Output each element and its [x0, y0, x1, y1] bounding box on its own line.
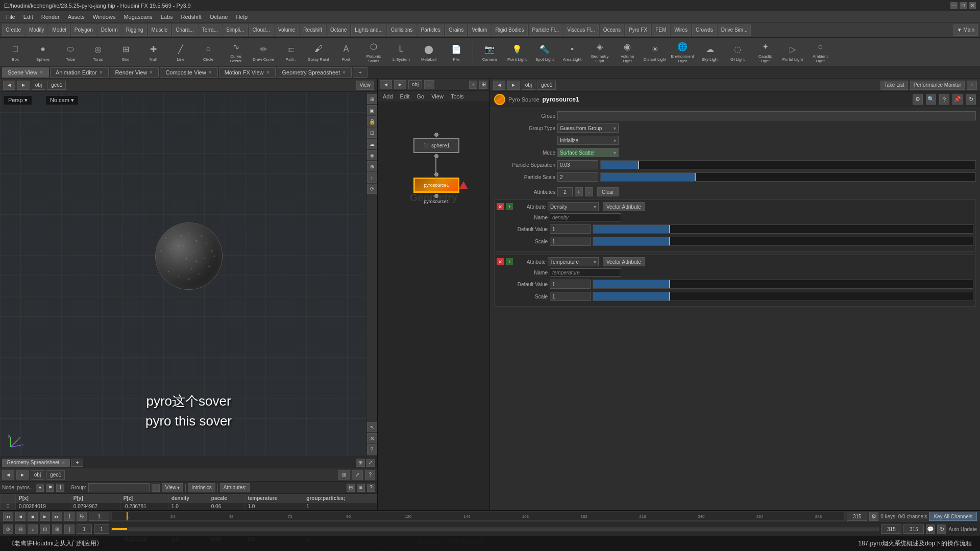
props-pin-btn[interactable]: 📌: [952, 94, 963, 105]
attr-density-scale-value[interactable]: 1: [550, 237, 591, 246]
tl-scrub-slider[interactable]: [111, 528, 879, 531]
shelf-icon-tube[interactable]: ⬭ Tube: [57, 39, 84, 65]
tl-prev-frame[interactable]: ◄: [15, 512, 26, 521]
shelf-icon-box[interactable]: □ Box: [2, 39, 29, 65]
shelf-icon-ambientlight[interactable]: ○ Ambient Light: [807, 39, 834, 65]
menu-octane[interactable]: Octane: [206, 13, 232, 21]
vp-side-btn-12[interactable]: ?: [367, 444, 377, 455]
ng-breadcrumb-obj[interactable]: obj: [408, 80, 422, 89]
toolbar-oceans[interactable]: Oceans: [600, 24, 624, 36]
props-breadcrumb-geo1[interactable]: geo1: [537, 81, 556, 90]
shelf-icon-envlight[interactable]: 🌐 Environment Light: [669, 39, 696, 65]
toolbar-simpli[interactable]: Simpli...: [223, 24, 248, 36]
props-perf-monitor[interactable]: Performance Monitor: [910, 81, 965, 90]
attr-temp-scale-slider[interactable]: [593, 292, 973, 301]
vp-side-btn-5[interactable]: ☁: [367, 139, 377, 149]
shelf-icon-line[interactable]: ╱ Line: [167, 39, 194, 65]
attr-density-name-input[interactable]: [550, 213, 621, 221]
ss-attrs-btn[interactable]: Attributes:: [220, 483, 250, 492]
tl-loop-btn[interactable]: ⟳: [3, 524, 13, 534]
shelf-icon-file[interactable]: 📄 File: [443, 39, 470, 65]
props-settings-btn[interactable]: ⚙: [913, 94, 923, 105]
shelf-icon-causticlight[interactable]: ✦ Caustic Light: [752, 39, 778, 65]
tab-compositeview-close[interactable]: ✕: [208, 70, 212, 75]
tl-step-input[interactable]: [94, 524, 109, 534]
toolbar-particles[interactable]: Particles: [418, 24, 444, 36]
ng-layout-btn[interactable]: ⊞: [479, 81, 487, 89]
tab-renderview-close[interactable]: ✕: [149, 70, 153, 75]
ng-add-btn[interactable]: +: [469, 81, 477, 89]
toolbar-deform[interactable]: Deform: [97, 24, 121, 36]
prop-attrs-count-input[interactable]: [557, 187, 573, 196]
vp-side-btn-11[interactable]: ✕: [367, 433, 377, 443]
tl-totalframe-input[interactable]: [903, 524, 924, 534]
attr-temp-defval-value[interactable]: 1: [550, 280, 591, 289]
tl-settings-btn[interactable]: ⚙: [869, 512, 878, 521]
ss-tab-close[interactable]: ✕: [61, 460, 65, 465]
toolbar-main[interactable]: ▼ Main: [953, 24, 978, 36]
vp-nav-forward[interactable]: ►: [17, 81, 30, 90]
ng-menu-edit[interactable]: Edit: [397, 93, 413, 100]
tab-animeditor[interactable]: Animation Editor ✕: [50, 67, 109, 78]
prop-particlescale-value[interactable]: 2: [557, 172, 598, 182]
toolbar-volume[interactable]: Volume: [275, 24, 299, 36]
toolbar-particlefl[interactable]: Particle Fl...: [529, 24, 563, 36]
shelf-icon-platonic[interactable]: ⬡ Platonic Solids: [360, 39, 387, 65]
col-pz[interactable]: P[z]: [120, 494, 168, 503]
shelf-icon-lsystem[interactable]: L L-System: [388, 39, 414, 65]
tl-endframe2-input[interactable]: [881, 524, 901, 534]
ss-tab-add[interactable]: +: [71, 459, 83, 467]
toolbar-cloud[interactable]: Cloud...: [249, 24, 274, 36]
shelf-icon-torus[interactable]: ◎ Torus: [85, 39, 111, 65]
menu-labs[interactable]: Labs: [157, 13, 177, 21]
toolbar-create[interactable]: Create: [2, 24, 24, 36]
ss-columns-icon[interactable]: ≡: [357, 484, 365, 492]
col-px[interactable]: P[x]: [16, 494, 70, 503]
attr-density-vector-btn[interactable]: Vector Attribute: [603, 202, 645, 211]
vp-side-btn-3[interactable]: 🔒: [367, 116, 377, 127]
close-button[interactable]: ✕: [969, 2, 976, 9]
ss-maximize-btn[interactable]: ⤢: [366, 459, 375, 467]
col-groupparticles[interactable]: group:particles;: [303, 494, 377, 503]
prop-attrs-clear-btn[interactable]: Clear: [597, 187, 619, 196]
tl-endframe-input[interactable]: [847, 512, 867, 521]
attr-temp-remove-btn[interactable]: ✕: [497, 258, 504, 265]
tl-audio-btn[interactable]: ♪: [28, 524, 38, 534]
shelf-icon-arealight[interactable]: ▪ Area Light: [559, 39, 585, 65]
ng-menu-tools[interactable]: Tools: [448, 93, 467, 100]
shelf-icon-pointlight[interactable]: 💡 Point Light: [504, 39, 530, 65]
attr-density-defval-slider[interactable]: [593, 224, 973, 234]
ss-node-flag-btn[interactable]: ⚑: [46, 484, 54, 492]
ng-menu-view[interactable]: View: [428, 93, 447, 100]
shelf-icon-spraypaint[interactable]: 🖌 Spray Paint: [305, 39, 332, 65]
minimize-button[interactable]: —: [950, 2, 958, 9]
toolbar-crowds[interactable]: Crowds: [692, 24, 717, 36]
tl-fps-btn[interactable]: ⊡: [40, 524, 50, 534]
props-help-btn[interactable]: ?: [939, 94, 949, 105]
toolbar-wires[interactable]: Wires: [671, 24, 691, 36]
toolbar-viscousfl[interactable]: Viscous Fl...: [564, 24, 598, 36]
ss-filter-icon[interactable]: ⊟: [347, 484, 355, 492]
ss-nav-back[interactable]: ◄: [2, 470, 14, 480]
shelf-icon-sphere[interactable]: ● Sphere: [30, 39, 56, 65]
menu-file[interactable]: File: [2, 13, 19, 21]
tab-sceneview[interactable]: Scene View ✕: [2, 67, 49, 78]
vp-side-btn-4[interactable]: ⊡: [367, 128, 377, 138]
ss-layout-toggle[interactable]: ⊞: [338, 470, 350, 480]
tl-keyall-btn[interactable]: Key All Channels: [929, 512, 977, 521]
menu-windows[interactable]: Windows: [89, 13, 120, 21]
ss-group-input[interactable]: [88, 483, 150, 492]
toolbar-collisions[interactable]: Collisions: [387, 24, 416, 36]
vp-btn-view[interactable]: View: [356, 81, 375, 90]
vp-side-btn-9[interactable]: ⟳: [367, 184, 377, 194]
shelf-icon-circle[interactable]: ○ Circle: [195, 39, 222, 65]
attr-density-add-btn[interactable]: +: [506, 203, 513, 210]
prop-attrs-dec-btn[interactable]: −: [585, 187, 593, 196]
props-breadcrumb-obj[interactable]: obj: [522, 81, 535, 90]
tl-go-start[interactable]: ⏮: [3, 512, 13, 521]
ss-layout-btn[interactable]: ⊞: [356, 459, 365, 467]
tl-half-speed[interactable]: ½: [77, 512, 87, 521]
shelf-icon-metaball[interactable]: ⬤ Metaball: [415, 39, 442, 65]
toolbar-vellum[interactable]: Vellum: [468, 24, 491, 36]
ss-view-btn[interactable]: View ▾: [162, 483, 184, 492]
